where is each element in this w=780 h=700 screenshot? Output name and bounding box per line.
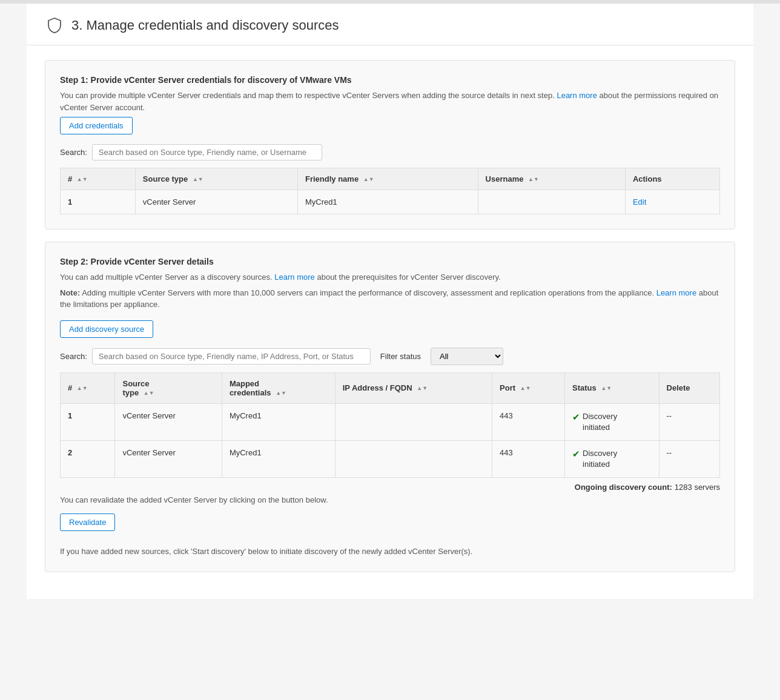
row-num: 2: [61, 440, 115, 477]
step2-card: Step 2: Provide vCenter Server details Y…: [45, 242, 735, 572]
step1-desc: You can provide multiple vCenter Server …: [60, 90, 720, 113]
check-icon: ✔: [572, 449, 580, 460]
table-row: 1 vCenter Server MyCred1 Edit: [61, 190, 720, 214]
row-delete: --: [659, 440, 719, 477]
step1-table: # ▲▼ Source type ▲▼ Friendly name ▲▼ Use…: [60, 168, 720, 214]
row-source-type: vCenter Server: [115, 403, 222, 440]
final-note: If you have added new sources, click 'St…: [60, 546, 720, 558]
sort-arrows-friendly-name: ▲▼: [363, 177, 374, 182]
sort-arrows-username: ▲▼: [528, 177, 539, 182]
step2-col-source-type: Sourcetype ▲▼: [115, 372, 222, 403]
step2-col-ip: IP Address / FQDN ▲▼: [335, 372, 492, 403]
step1-table-header-row: # ▲▼ Source type ▲▼ Friendly name ▲▼ Use…: [61, 168, 720, 190]
step1-learn-more-link[interactable]: Learn more: [557, 91, 597, 100]
step2-search-input[interactable]: [92, 348, 371, 365]
row-mapped-creds: MyCred1: [222, 403, 335, 440]
step1-col-source-type: Source type ▲▼: [135, 168, 297, 190]
add-credentials-button[interactable]: Add credentials: [60, 117, 133, 134]
row-mapped-creds: MyCred1: [222, 440, 335, 477]
step2-search-row: Search:: [60, 348, 371, 365]
table-row: 1 vCenter Server MyCred1 443 ✔ Discovery…: [61, 403, 720, 440]
sort-arrows2-port: ▲▼: [520, 386, 531, 391]
sort-arrows2-mapped-creds: ▲▼: [276, 391, 286, 396]
step2-col-num: # ▲▼: [61, 372, 115, 403]
row-delete: --: [659, 403, 719, 440]
step1-col-username: Username ▲▼: [478, 168, 625, 190]
step2-table-header-row: # ▲▼ Sourcetype ▲▼ Mappedcredentials ▲▼ …: [61, 372, 720, 403]
step1-card: Step 1: Provide vCenter Server credentia…: [45, 60, 735, 229]
row-port: 443: [492, 440, 565, 477]
row-friendly-name: MyCred1: [297, 190, 478, 214]
shield-icon: [45, 16, 64, 35]
step2-note-learn-more-link[interactable]: Learn more: [656, 288, 696, 297]
ongoing-value: 1283 servers: [675, 483, 720, 492]
row-num: 1: [61, 190, 136, 214]
row-action[interactable]: Edit: [625, 190, 719, 214]
step2-col-mapped-creds: Mappedcredentials ▲▼: [222, 372, 335, 403]
row-num: 1: [61, 403, 115, 440]
ongoing-label: Ongoing discovery count:: [575, 483, 672, 492]
status-text: Discoveryinitiated: [583, 448, 617, 470]
row-source-type: vCenter Server: [115, 440, 222, 477]
sort-arrows2-source-type: ▲▼: [144, 391, 154, 396]
ongoing-row: Ongoing discovery count: 1283 servers: [60, 478, 720, 494]
step1-search-input[interactable]: [92, 144, 322, 160]
edit-link[interactable]: Edit: [633, 197, 646, 206]
row-ip: [335, 403, 492, 440]
row-username: [478, 190, 625, 214]
step2-filter-label: Filter status: [380, 352, 421, 361]
row-source-type: vCenter Server: [135, 190, 297, 214]
sort-arrows-source-type: ▲▼: [193, 177, 203, 182]
step1-title: Step 1: Provide vCenter Server credentia…: [60, 75, 720, 85]
sort-arrows-num: ▲▼: [77, 177, 88, 182]
sort-arrows2-num: ▲▼: [77, 386, 88, 391]
sort-arrows2-ip: ▲▼: [417, 386, 428, 391]
row-ip: [335, 440, 492, 477]
revalidate-button[interactable]: Revalidate: [60, 513, 115, 531]
step2-filter-select[interactable]: All Initiated Completed Failed: [431, 348, 503, 365]
step1-col-actions: Actions: [625, 168, 719, 190]
page-header: 3. Manage credentials and discovery sour…: [27, 4, 753, 45]
step1-col-num: # ▲▼: [61, 168, 136, 190]
step1-search-row: Search:: [60, 144, 720, 160]
step2-col-delete: Delete: [659, 372, 719, 403]
revalidate-note: You can revalidate the added vCenter Ser…: [60, 494, 720, 506]
row-status: ✔ Discoveryinitiated: [565, 440, 659, 477]
step1-col-friendly-name: Friendly name ▲▼: [297, 168, 478, 190]
row-port: 443: [492, 403, 565, 440]
content-area: Step 1: Provide vCenter Server credentia…: [27, 45, 753, 599]
step2-learn-more-link[interactable]: Learn more: [274, 272, 314, 282]
step2-title: Step 2: Provide vCenter Server details: [60, 257, 720, 266]
check-icon: ✔: [572, 412, 580, 423]
step2-table: # ▲▼ Sourcetype ▲▼ Mappedcredentials ▲▼ …: [60, 372, 720, 478]
page-title: 3. Manage credentials and discovery sour…: [71, 18, 339, 33]
step2-search-label: Search:: [60, 352, 87, 361]
sort-arrows2-status: ▲▼: [601, 386, 612, 391]
add-discovery-source-button[interactable]: Add discovery source: [60, 320, 153, 338]
status-text: Discoveryinitiated: [583, 411, 617, 433]
step2-col-status: Status ▲▼: [565, 372, 659, 403]
step2-desc1: You can add multiple vCenter Server as a…: [60, 271, 720, 283]
row-status: ✔ Discoveryinitiated: [565, 403, 659, 440]
step2-col-port: Port ▲▼: [492, 372, 565, 403]
step1-search-label: Search:: [60, 148, 87, 157]
step2-search-filter-row: Search: Filter status All Initiated Comp…: [60, 348, 720, 365]
step2-note: Note: Adding multiple vCenter Servers wi…: [60, 287, 720, 311]
table-row: 2 vCenter Server MyCred1 443 ✔ Discovery…: [61, 440, 720, 477]
